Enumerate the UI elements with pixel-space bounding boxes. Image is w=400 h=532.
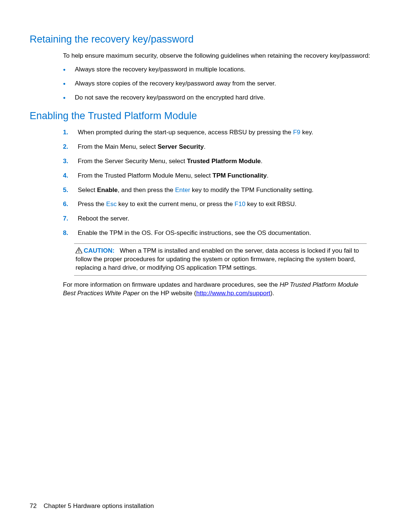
step-text: key to exit RBSU. [246, 201, 297, 208]
step-text: key to exit the current menu, or press t… [117, 201, 234, 208]
bold-text: Server Security [157, 143, 204, 150]
caution-icon [76, 248, 82, 253]
step-text: . [267, 172, 269, 179]
chapter-label: Chapter 5 Hardware options installation [44, 502, 154, 509]
key-esc: Esc [106, 201, 117, 208]
list-item: Reboot the server. [63, 215, 370, 223]
step-text: . [204, 143, 206, 150]
caution-box: CAUTION: When a TPM is installed and ena… [74, 243, 367, 276]
page-number: 72 [30, 502, 37, 509]
list-item: Do not save the recovery key/password on… [63, 94, 370, 102]
key-f10: F10 [234, 201, 245, 208]
support-link[interactable]: http://www.hp.com/support [196, 290, 270, 297]
list-item: From the Server Security Menu, select Tr… [63, 157, 370, 166]
list-item: Always store copies of the recovery key/… [63, 80, 370, 88]
step-text: . [261, 158, 263, 165]
step-text: From the Trusted Platform Module Menu, s… [78, 172, 213, 179]
list-item: Enable the TPM in the OS. For OS-specifi… [63, 229, 370, 238]
bold-text: Enable [97, 186, 118, 193]
moreinfo-text: For more information on firmware updates… [63, 281, 280, 288]
page-footer: 72 Chapter 5 Hardware options installati… [30, 502, 154, 510]
list-item: From the Trusted Platform Module Menu, s… [63, 172, 370, 180]
list-item: When prompted during the start-up sequen… [63, 128, 370, 137]
section-heading-retaining: Retaining the recovery key/password [30, 34, 370, 45]
tpm-steps: When prompted during the start-up sequen… [63, 128, 370, 238]
bold-text: Trusted Platform Module [187, 158, 261, 165]
svg-point-1 [79, 252, 79, 253]
list-item: From the Main Menu, select Server Securi… [63, 143, 370, 151]
key-enter: Enter [175, 186, 190, 193]
more-info-paragraph: For more information on firmware updates… [63, 281, 370, 298]
key-f9: F9 [293, 129, 300, 136]
section1-intro: To help ensure maximum security, observe… [63, 52, 370, 60]
caution-label: CAUTION: [84, 247, 114, 254]
step-text: , and then press the [118, 186, 175, 193]
step-text: key. [300, 129, 313, 136]
list-item: Press the Esc key to exit the current me… [63, 200, 370, 209]
bold-text: TPM Functionality [213, 172, 267, 179]
caution-body: When a TPM is installed and enabled on t… [76, 247, 359, 271]
moreinfo-text: on the HP website ( [140, 290, 196, 297]
step-text: Select [78, 186, 97, 193]
recovery-key-bullets: Always store the recovery key/password i… [63, 65, 370, 102]
list-item: Select Enable, and then press the Enter … [63, 186, 370, 195]
step-text: From the Main Menu, select [78, 143, 157, 150]
step-text: From the Server Security Menu, select [78, 158, 187, 165]
list-item: Always store the recovery key/password i… [63, 65, 370, 74]
step-text: Press the [78, 201, 106, 208]
section-heading-tpm: Enabling the Trusted Platform Module [30, 110, 370, 122]
caution-text: CAUTION: When a TPM is installed and ena… [76, 247, 365, 272]
moreinfo-text: ). [270, 290, 274, 297]
step-text: key to modify the TPM Functionality sett… [190, 186, 313, 193]
step-text: When prompted during the start-up sequen… [78, 129, 293, 136]
